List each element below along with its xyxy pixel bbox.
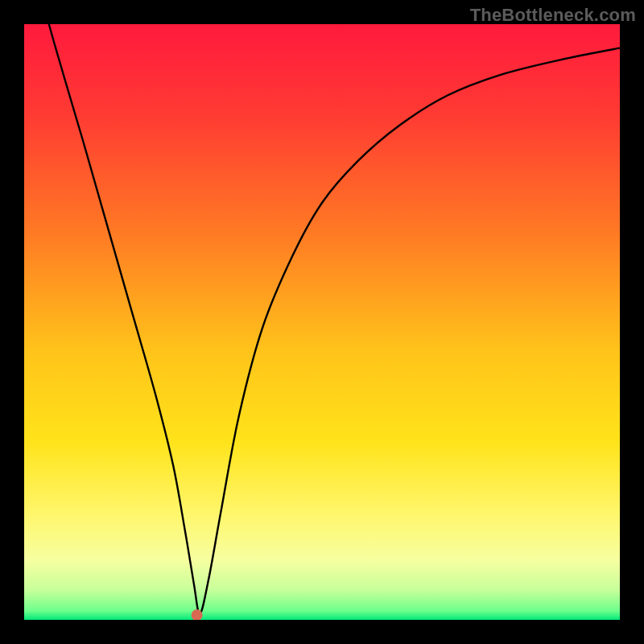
chart-frame: TheBottleneck.com: [0, 0, 644, 644]
gradient-background: [24, 24, 620, 620]
attribution-label: TheBottleneck.com: [470, 5, 636, 26]
chart-svg: [24, 24, 620, 620]
plot-area: [24, 24, 620, 620]
